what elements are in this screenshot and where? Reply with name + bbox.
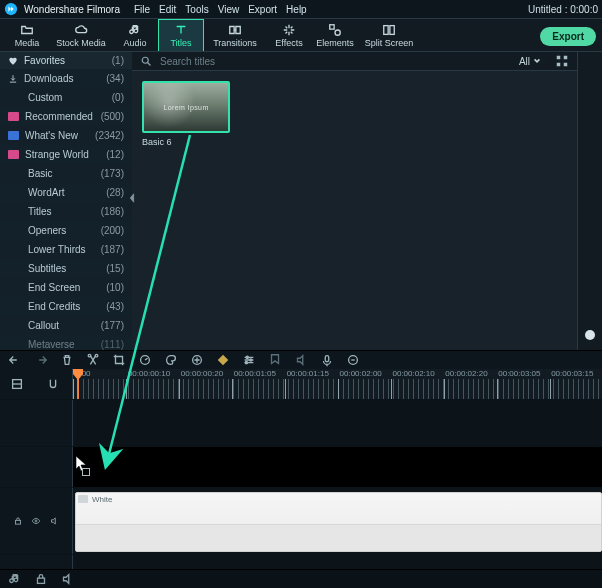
svg-point-5 bbox=[142, 57, 148, 63]
sidebar-item-wordart[interactable]: WordArt (28) bbox=[0, 183, 132, 202]
track-row-empty-2[interactable] bbox=[0, 446, 602, 487]
svg-rect-20 bbox=[16, 520, 21, 524]
speed-button[interactable] bbox=[138, 353, 152, 367]
titles-sidebar: Favorites (1) Downloads (34) Custom (0) … bbox=[0, 52, 132, 350]
sidebar-item-count: (500) bbox=[101, 111, 124, 122]
export-button[interactable]: Export bbox=[540, 27, 596, 46]
add-track-button[interactable] bbox=[10, 377, 26, 391]
sidebar-item-downloads[interactable]: Downloads (34) bbox=[0, 69, 132, 88]
sidebar-list[interactable]: Downloads (34) Custom (0) Recommended (5… bbox=[0, 69, 132, 350]
time-label: 00:00:01:15 bbox=[285, 369, 338, 379]
undo-button[interactable] bbox=[8, 353, 22, 367]
mute-icon[interactable] bbox=[49, 514, 59, 528]
search-icon bbox=[140, 55, 152, 67]
split-button[interactable] bbox=[86, 353, 100, 367]
sidebar-item-count: (28) bbox=[106, 187, 124, 198]
track-body-drop-target[interactable] bbox=[73, 447, 602, 487]
track-head-video[interactable] bbox=[0, 488, 73, 554]
thumbnails-grid[interactable]: Lorem Ipsum Basic 6 bbox=[132, 71, 577, 350]
menu-export[interactable]: Export bbox=[248, 4, 277, 15]
sidebar-item-count: (43) bbox=[106, 301, 124, 312]
sidebar-item-count: (111) bbox=[101, 339, 124, 350]
eye-icon[interactable] bbox=[31, 514, 41, 528]
record-voiceover-button[interactable] bbox=[320, 353, 334, 367]
delete-button[interactable] bbox=[60, 353, 74, 367]
detach-audio-button[interactable] bbox=[294, 353, 308, 367]
sidebar-collapse-toggle[interactable] bbox=[128, 186, 136, 210]
sidebar-item-basic[interactable]: Basic (173) bbox=[0, 164, 132, 183]
menu-tools[interactable]: Tools bbox=[185, 4, 208, 15]
green-screen-button[interactable] bbox=[190, 353, 204, 367]
menu-help[interactable]: Help bbox=[286, 4, 307, 15]
sidebar-item-openers[interactable]: Openers (200) bbox=[0, 221, 132, 240]
sidebar-item-subtitles[interactable]: Subtitles (15) bbox=[0, 259, 132, 278]
sidebar-item-callout[interactable]: Callout (177) bbox=[0, 316, 132, 335]
main-nav: Media Stock Media Audio Titles Transitio… bbox=[0, 19, 602, 52]
time-label: 00:00:02:00 bbox=[338, 369, 391, 379]
search-input[interactable] bbox=[158, 55, 509, 68]
menu-view[interactable]: View bbox=[218, 4, 240, 15]
sidebar-item-whats-new[interactable]: What's New (2342) bbox=[0, 126, 132, 145]
app-logo-icon bbox=[4, 2, 18, 16]
sidebar-item-titles[interactable]: Titles (186) bbox=[0, 202, 132, 221]
filter-dropdown[interactable]: All bbox=[515, 56, 545, 67]
title-bar: Wondershare Filmora File Edit Tools View… bbox=[0, 0, 602, 19]
track-body-video[interactable]: White bbox=[73, 488, 602, 554]
lock-icon[interactable] bbox=[13, 514, 23, 528]
time-label: 00:00:03:15 bbox=[549, 369, 602, 379]
snap-button[interactable] bbox=[46, 377, 62, 391]
sidebar-item-recommended[interactable]: Recommended (500) bbox=[0, 107, 132, 126]
sidebar-favorites[interactable]: Favorites (1) bbox=[0, 52, 132, 69]
sidebar-item-label: Downloads bbox=[24, 73, 73, 84]
crop-button[interactable] bbox=[112, 353, 126, 367]
sidebar-item-lower-thirds[interactable]: Lower Thirds (187) bbox=[0, 240, 132, 259]
marker-button[interactable] bbox=[268, 353, 282, 367]
track-head[interactable] bbox=[0, 447, 73, 487]
preview-panel-collapsed[interactable] bbox=[577, 52, 602, 350]
timeline-tracks[interactable]: White bbox=[0, 399, 602, 573]
track-row-empty-1[interactable] bbox=[0, 399, 602, 446]
record-indicator-icon bbox=[585, 330, 595, 340]
nav-media[interactable]: Media bbox=[4, 19, 50, 51]
sidebar-item-end-credits[interactable]: End Credits (43) bbox=[0, 297, 132, 316]
sidebar-item-count: (186) bbox=[101, 206, 124, 217]
clip-name: White bbox=[92, 495, 112, 504]
nav-transitions[interactable]: Transitions bbox=[204, 19, 266, 51]
cloud-icon bbox=[74, 23, 88, 37]
nav-stock-media[interactable]: Stock Media bbox=[50, 19, 112, 51]
keyframe-button[interactable] bbox=[216, 353, 230, 367]
sidebar-item-metaverse[interactable]: Metaverse (111) bbox=[0, 335, 132, 350]
svg-rect-3 bbox=[384, 25, 388, 34]
sidebar-item-custom[interactable]: Custom (0) bbox=[0, 88, 132, 107]
music-track-icon[interactable] bbox=[8, 572, 22, 586]
track-row-video[interactable]: White bbox=[0, 487, 602, 554]
sidebar-item-end-screen[interactable]: End Screen (10) bbox=[0, 278, 132, 297]
sidebar-item-label: Custom bbox=[28, 92, 62, 103]
sidebar-item-count: (200) bbox=[101, 225, 124, 236]
filter-label: All bbox=[519, 56, 530, 67]
mark-in-out-button[interactable] bbox=[346, 353, 360, 367]
adjust-button[interactable] bbox=[242, 353, 256, 367]
title-thumbnail[interactable]: Lorem Ipsum Basic 6 bbox=[142, 81, 230, 147]
color-button[interactable] bbox=[164, 353, 178, 367]
sidebar-item-count: (177) bbox=[101, 320, 124, 331]
sidebar-item-strange-world[interactable]: Strange World (12) bbox=[0, 145, 132, 164]
nav-effects[interactable]: Effects bbox=[266, 19, 312, 51]
redo-button[interactable] bbox=[34, 353, 48, 367]
track-body[interactable] bbox=[73, 400, 602, 446]
video-clip[interactable]: White bbox=[75, 492, 602, 552]
menu-file[interactable]: File bbox=[134, 4, 150, 15]
nav-audio[interactable]: Audio bbox=[112, 19, 158, 51]
mute-bottom-icon[interactable] bbox=[60, 572, 74, 586]
svg-rect-6 bbox=[557, 56, 561, 60]
app-name: Wondershare Filmora bbox=[24, 4, 120, 15]
track-head[interactable] bbox=[0, 400, 73, 446]
menu-edit[interactable]: Edit bbox=[159, 4, 176, 15]
nav-elements[interactable]: Elements bbox=[312, 19, 358, 51]
nav-titles[interactable]: Titles bbox=[158, 19, 204, 51]
nav-split-screen[interactable]: Split Screen bbox=[358, 19, 420, 51]
timeline-ruler[interactable]: 0:00 00:00:00:10 00:00:00:20 00:00:01:05… bbox=[72, 369, 602, 399]
lock-bottom-icon[interactable] bbox=[34, 572, 48, 586]
favorites-count: (1) bbox=[112, 55, 124, 66]
grid-view-icon[interactable] bbox=[555, 54, 569, 68]
